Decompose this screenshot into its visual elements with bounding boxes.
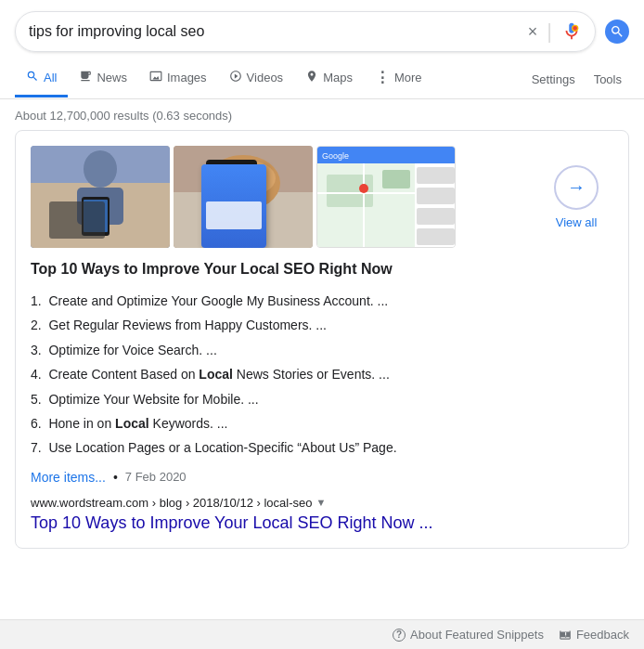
- results-count: About 12,700,000 results (0.63 seconds): [0, 99, 644, 130]
- svg-rect-5: [77, 188, 123, 225]
- tabs-nav: All News Images Videos Maps ⋮ More Setti…: [0, 59, 644, 99]
- list-item: 5. Optimize Your Website for Mobile. ...: [31, 387, 613, 411]
- list-item: 4. Create Content Based on Local News St…: [31, 362, 613, 386]
- featured-snippet-card: Google: [15, 130, 629, 549]
- footer: ? About Featured Snippets Feedback: [0, 619, 644, 649]
- list-item: 7. Use Location Pages or a Location-Spec…: [31, 435, 613, 460]
- images-row: Google: [31, 146, 613, 248]
- search-bar-area: × |: [0, 0, 644, 52]
- list-text-before: Hone in on: [48, 416, 115, 431]
- tab-news[interactable]: News: [68, 60, 138, 97]
- more-items-link[interactable]: More items...: [31, 470, 106, 485]
- svg-point-1: [573, 26, 577, 31]
- images-icon: [149, 70, 162, 85]
- search-box: × |: [15, 11, 596, 52]
- svg-rect-26: [417, 167, 455, 184]
- svg-rect-12: [206, 160, 257, 239]
- mic-icon[interactable]: [561, 21, 582, 42]
- feedback-icon: [559, 629, 572, 642]
- news-icon: [79, 70, 92, 85]
- tab-images[interactable]: Images: [138, 60, 218, 97]
- search-icons: × |: [528, 19, 582, 44]
- clear-icon[interactable]: ×: [528, 22, 538, 42]
- list-text: Get Regular Reviews from Happy Customers…: [48, 318, 327, 332]
- maps-icon: [305, 70, 318, 85]
- search-input[interactable]: [29, 23, 528, 40]
- svg-rect-27: [417, 188, 455, 204]
- svg-rect-15: [210, 192, 253, 213]
- tabs-right: Settings Tools: [524, 63, 629, 96]
- svg-text:Google: Google: [322, 151, 349, 161]
- source-url: www.wordstream.com › blog › 2018/10/12 ›…: [31, 496, 613, 510]
- tab-maps-label: Maps: [323, 71, 353, 84]
- list-text-before: Create Content Based on: [48, 367, 199, 382]
- tab-maps[interactable]: Maps: [294, 60, 364, 97]
- svg-rect-14: [210, 192, 253, 229]
- svg-rect-29: [417, 228, 455, 245]
- view-all-label: View all: [556, 215, 598, 229]
- snippet-list: 1. Create and Optimize Your Google My Bu…: [31, 289, 613, 461]
- more-items-sep: •: [113, 470, 118, 485]
- svg-point-11: [211, 160, 276, 197]
- list-text: Optimize Your Website for Mobile. ...: [48, 392, 258, 407]
- list-text-bold: Local: [115, 416, 149, 431]
- list-item: 6. Hone in on Local Keywords. ...: [31, 411, 613, 435]
- tab-all-label: All: [44, 71, 57, 84]
- divider: |: [547, 19, 552, 44]
- list-text-after: News Stories or Events. ...: [233, 367, 390, 382]
- source-url-text: www.wordstream.com › blog › 2018/10/12 ›…: [31, 496, 312, 510]
- svg-rect-7: [84, 200, 108, 232]
- search-button[interactable]: [605, 19, 629, 44]
- list-item: 1. Create and Optimize Your Google My Bu…: [31, 289, 613, 313]
- list-text-after: Keywords. ...: [149, 416, 228, 431]
- feedback-button[interactable]: Feedback: [559, 628, 629, 642]
- svg-point-4: [84, 150, 117, 188]
- view-all-button[interactable]: → View all: [539, 165, 613, 229]
- more-dots-icon: ⋮: [375, 69, 390, 86]
- arrow-circle-icon: →: [554, 165, 599, 210]
- svg-rect-28: [417, 208, 455, 225]
- settings-link[interactable]: Settings: [524, 63, 583, 96]
- list-item: 3. Optimize for Voice Search. ...: [31, 338, 613, 362]
- snippet-image-2[interactable]: [174, 146, 313, 248]
- tab-videos[interactable]: Videos: [218, 60, 295, 97]
- list-text: Create and Optimize Your Google My Busin…: [48, 293, 388, 308]
- list-num: 4.: [31, 367, 45, 382]
- list-item: 2. Get Regular Reviews from Happy Custom…: [31, 313, 613, 337]
- list-num: 6.: [31, 416, 45, 431]
- more-items-row: More items... • 7 Feb 2020: [31, 470, 613, 485]
- videos-icon: [229, 70, 242, 85]
- feedback-label: Feedback: [576, 628, 629, 642]
- tab-all[interactable]: All: [15, 60, 68, 97]
- snippet-image-1[interactable]: [31, 146, 170, 248]
- svg-rect-9: [174, 192, 313, 248]
- snippet-images: Google: [31, 146, 535, 248]
- list-num: 3.: [31, 343, 45, 357]
- tab-videos-label: Videos: [247, 71, 284, 84]
- list-num: 5.: [31, 392, 45, 407]
- about-label: About Featured Snippets: [410, 628, 544, 642]
- list-text-bold: Local: [199, 367, 233, 382]
- list-num: 1.: [31, 293, 45, 308]
- snippet-image-3[interactable]: Google: [316, 146, 456, 248]
- svg-rect-13: [208, 164, 255, 234]
- list-text: Use Location Pages or a Location-Specifi…: [48, 440, 396, 455]
- list-text: Optimize for Voice Search. ...: [48, 343, 216, 357]
- svg-point-24: [359, 184, 368, 193]
- tab-more[interactable]: ⋮ More: [364, 59, 433, 98]
- source-dropdown-icon[interactable]: ▼: [316, 497, 326, 508]
- tab-news-label: News: [97, 71, 127, 84]
- more-items-date: 7 Feb 2020: [125, 470, 187, 484]
- info-icon: ?: [393, 629, 406, 642]
- tab-more-label: More: [394, 71, 422, 84]
- list-num: 7.: [31, 440, 45, 455]
- tools-link[interactable]: Tools: [586, 63, 629, 96]
- snippet-title: Top 10 Ways to Improve Your Local SEO Ri…: [31, 261, 613, 278]
- result-title-link[interactable]: Top 10 Ways to Improve Your Local SEO Ri…: [31, 513, 613, 533]
- about-featured-snippets[interactable]: ? About Featured Snippets: [393, 628, 544, 642]
- svg-rect-21: [382, 170, 410, 188]
- all-icon: [26, 70, 39, 85]
- list-num: 2.: [31, 318, 45, 332]
- tab-images-label: Images: [167, 71, 207, 84]
